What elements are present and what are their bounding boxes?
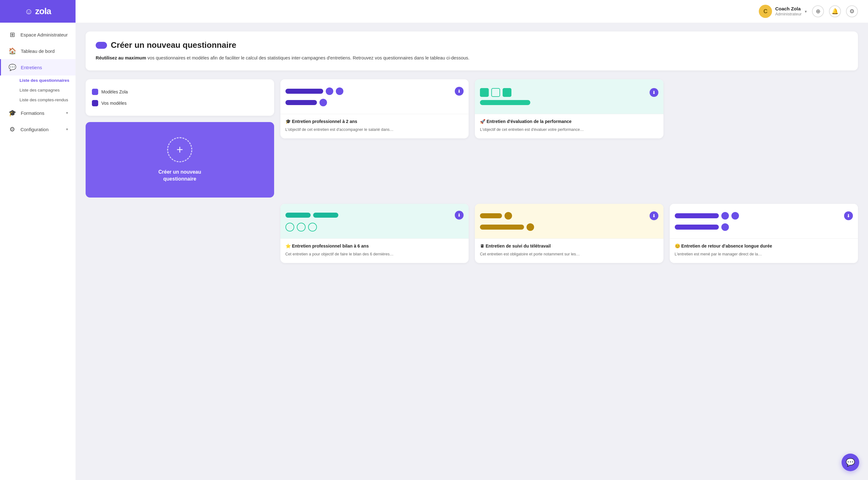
card-description: L'objectif de cet entretien est d'évalue…	[480, 127, 658, 133]
preview-bar	[480, 225, 524, 230]
title-decoration	[96, 42, 107, 49]
create-questionnaire-card[interactable]: + Créer un nouveauquestionnaire	[86, 122, 274, 197]
info-card: Créer un nouveau questionnaire Réutilise…	[86, 31, 858, 70]
chat-button[interactable]: 💬	[842, 454, 859, 471]
sidebar-item-label: Formations	[21, 110, 44, 116]
card-suivi-teletravail[interactable]: ⬇ 🖥 Entretien de suivi du télétravail Ce…	[475, 204, 663, 263]
preview-circle-outline	[285, 223, 294, 231]
grid-icon: ⊞	[8, 31, 16, 38]
sidebar-subitem-questionnaires[interactable]: Liste des questionnaires	[20, 75, 75, 85]
preview-circle	[326, 88, 333, 95]
download-badge[interactable]: ⬇	[650, 212, 658, 220]
logo-icon: ☺	[25, 7, 33, 17]
legend-color-darkpurple	[92, 100, 98, 106]
card-preview: ⬇	[475, 79, 663, 114]
preview-row-2	[480, 223, 658, 231]
preview-row-1: ⬇	[480, 88, 658, 97]
cards-grid: Modèles Zola Vos modèles + Créer un nouv…	[86, 79, 858, 197]
card-body: 🖥 Entretien de suivi du télétravail Cet …	[475, 238, 663, 263]
page-title: Créer un nouveau questionnaire	[96, 40, 848, 50]
page-description: Réutilisez au maximum vos questionnaires…	[96, 55, 848, 62]
settings-icon: ⚙	[849, 8, 855, 15]
gear-icon: ⚙	[8, 126, 16, 133]
user-role: Administrateur	[775, 12, 802, 17]
preview-row-1: ⬇	[285, 87, 464, 96]
preview-square	[480, 88, 489, 97]
plus-icon: ⊕	[816, 8, 820, 15]
preview-circle	[504, 212, 512, 220]
card-preview: ⬇	[280, 79, 469, 114]
chat-icon: 💬	[846, 458, 855, 467]
preview-circle-outline	[297, 223, 306, 231]
preview-circle	[319, 99, 327, 106]
card-title: 😊 Entretien de retour d'absence longue d…	[675, 243, 853, 250]
card-description: L'objectif de cet entretien est d'accomp…	[285, 127, 464, 133]
download-badge[interactable]: ⬇	[844, 212, 853, 220]
sidebar-item-label: Configuration	[21, 127, 49, 132]
preview-bar	[675, 213, 719, 218]
download-badge[interactable]: ⬇	[455, 87, 464, 96]
sidebar-item-espace[interactable]: ⊞ Espace Administrateur	[0, 26, 75, 43]
preview-circle	[527, 223, 534, 231]
settings-button[interactable]: ⚙	[846, 5, 858, 17]
sidebar-item-tableau[interactable]: 🏠 Tableau de bord	[0, 43, 75, 59]
page-content: Créer un nouveau questionnaire Réutilise…	[75, 23, 868, 480]
card-body: ⭐ Entretien professionnel bilan à 6 ans …	[280, 238, 469, 263]
sidebar-subitem-comptes-rendus[interactable]: Liste des comptes-rendus	[20, 95, 75, 105]
add-button[interactable]: ⊕	[812, 5, 824, 17]
preview-row-2	[675, 223, 853, 231]
sidebar-sub-entretiens: Liste des questionnaires Liste des campa…	[0, 75, 75, 105]
preview-circle	[732, 212, 739, 220]
card-description: Cet entretien est obligatoire et porte n…	[480, 251, 658, 257]
graduation-icon: 🎓	[8, 109, 17, 117]
preview-row-2	[480, 100, 658, 105]
chevron-down-icon: ▾	[66, 127, 68, 131]
left-column: Modèles Zola Vos modèles + Créer un nouv…	[86, 79, 274, 197]
card-title: 🖥 Entretien de suivi du télétravail	[480, 243, 658, 250]
sidebar-subitem-campagnes[interactable]: Liste des campagnes	[20, 85, 75, 95]
card-title: ⭐ Entretien professionnel bilan à 6 ans	[285, 243, 464, 250]
header: C Coach Zola Administrateur ▾ ⊕ 🔔 ⚙	[75, 0, 868, 23]
card-retour-absence[interactable]: ⬇ 😊 Entretien de retour d'absence longue…	[670, 204, 858, 263]
logo-area: ☺ zola	[0, 0, 75, 23]
sidebar-navigation: ⊞ Espace Administrateur 🏠 Tableau de bor…	[0, 23, 75, 480]
preview-bar	[285, 213, 311, 218]
chevron-down-icon: ▾	[66, 111, 68, 115]
sidebar-item-label: Entretiens	[21, 65, 42, 70]
preview-square	[503, 88, 512, 97]
card-professionnel-bilan[interactable]: ⬇ ⭐ Entretien professionnel bilan à 6 an…	[280, 204, 469, 263]
download-badge[interactable]: ⬇	[455, 211, 464, 220]
preview-row-1: ⬇	[480, 212, 658, 220]
home-icon: 🏠	[8, 47, 17, 55]
cards-grid-row2: ⬇ ⭐ Entretien professionnel bilan à 6 an…	[86, 204, 858, 263]
preview-circle	[721, 212, 729, 220]
preview-bar	[480, 213, 502, 218]
card-description: L'entretien est mené par le manager dire…	[675, 251, 853, 257]
preview-square-outline	[491, 88, 500, 97]
legend-item-modeles-zola: Modèles Zola	[92, 86, 268, 97]
card-body: 😊 Entretien de retour d'absence longue d…	[670, 238, 858, 263]
card-title: 🎓 Entretien professionnel à 2 ans	[285, 119, 464, 125]
notifications-button[interactable]: 🔔	[829, 5, 841, 17]
card-preview: ⬇	[670, 204, 858, 238]
sidebar-item-entretiens[interactable]: 💬 Entretiens	[0, 59, 75, 75]
user-info: Coach Zola Administrateur	[775, 6, 802, 17]
preview-circle	[336, 88, 343, 95]
user-profile[interactable]: C Coach Zola Administrateur ▾	[759, 5, 807, 18]
card-professionnel-2ans[interactable]: ⬇ 🎓 Entretien professionnel à 2 ans L'ob…	[280, 79, 469, 138]
card-evaluation-performance[interactable]: ⬇ 🚀 Entretien d'évaluation de la perform…	[475, 79, 663, 138]
sidebar-item-label: Tableau de bord	[21, 49, 55, 54]
chat-icon: 💬	[8, 64, 17, 71]
preview-bar	[285, 100, 317, 105]
preview-bar	[285, 89, 323, 94]
sidebar-item-configuration[interactable]: ⚙ Configuration ▾	[0, 121, 75, 137]
legend-color-purple	[92, 89, 98, 95]
bell-icon: 🔔	[832, 8, 838, 15]
sidebar-item-formations[interactable]: 🎓 Formations ▾	[0, 105, 75, 121]
logo-label: zola	[35, 6, 51, 17]
sidebar: ☺ zola ⊞ Espace Administrateur 🏠 Tableau…	[0, 0, 75, 480]
sidebar-item-label: Espace Administrateur	[21, 32, 68, 37]
preview-row-1: ⬇	[675, 212, 853, 220]
download-badge[interactable]: ⬇	[650, 88, 658, 97]
create-label: Créer un nouveauquestionnaire	[158, 169, 201, 183]
